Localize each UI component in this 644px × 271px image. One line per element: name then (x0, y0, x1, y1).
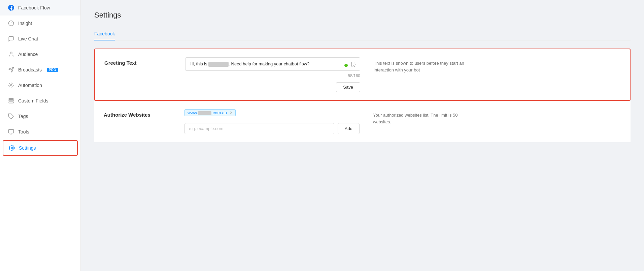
settings-icon (9, 145, 15, 151)
sidebar-item-audience[interactable]: Audience (0, 47, 80, 62)
authorize-websites-label: Authorize Websites (104, 109, 171, 118)
sidebar-item-facebook-flow[interactable]: Facebook Flow (0, 0, 80, 16)
sidebar-item-automation-label: Automation (18, 83, 42, 88)
greeting-text-prefix: Hi, this is . Need help for making your … (190, 61, 349, 67)
svg-rect-4 (9, 98, 13, 99)
sidebar-item-broadcasts[interactable]: Broadcasts PRO (0, 62, 80, 78)
sidebar-item-live-chat[interactable]: Live Chat (0, 31, 80, 47)
greeting-label: Greeting Text (104, 57, 172, 66)
svg-point-3 (10, 85, 12, 86)
automation-icon (8, 82, 14, 88)
add-website-row: Add (184, 123, 360, 134)
sidebar-item-broadcasts-label: Broadcasts (18, 67, 42, 72)
green-dot (344, 64, 348, 67)
greeting-controls: Hi, this is . Need help for making your … (185, 57, 360, 92)
save-button[interactable]: Save (336, 82, 360, 92)
authorize-websites-description: Your authorized websites list. The limit… (373, 109, 467, 125)
tools-icon (8, 129, 14, 135)
sidebar-item-facebook-flow-label: Facebook Flow (18, 5, 50, 10)
char-count: 58/160 (185, 73, 360, 78)
sidebar-item-tags-label: Tags (18, 114, 28, 119)
facebook-icon (8, 5, 14, 11)
greeting-description: This text is shown to users before they … (374, 57, 468, 73)
website-tag[interactable]: www. .com.au ✕ (184, 109, 236, 116)
svg-point-11 (11, 147, 13, 149)
main-content: Settings Facebook Greeting Text Hi, this… (81, 0, 644, 271)
sidebar-item-settings-label: Settings (19, 145, 36, 151)
sidebar: Facebook Flow Insight Live Chat Audience… (0, 0, 81, 271)
tabs-bar: Facebook (94, 28, 631, 40)
sidebar-item-custom-fields[interactable]: Custom Fields (0, 93, 80, 109)
sidebar-item-live-chat-label: Live Chat (18, 36, 38, 41)
sidebar-item-automation[interactable]: Automation (0, 78, 80, 93)
tab-facebook[interactable]: Facebook (94, 28, 115, 40)
authorize-websites-controls: www. .com.au ✕ Add (184, 109, 360, 134)
sidebar-item-custom-fields-label: Custom Fields (18, 98, 48, 103)
tags-icon (8, 113, 14, 119)
sidebar-item-tags[interactable]: Tags (0, 109, 80, 124)
svg-point-2 (10, 52, 12, 54)
svg-rect-5 (9, 100, 13, 101)
insight-icon (8, 20, 14, 26)
sidebar-item-tools[interactable]: Tools (0, 124, 80, 140)
greeting-section: Greeting Text Hi, this is . Need help fo… (94, 49, 631, 101)
emoji-icon[interactable]: {;} (351, 61, 356, 67)
pro-badge: PRO (47, 68, 58, 72)
svg-rect-8 (9, 129, 14, 133)
page-title: Settings (94, 11, 631, 20)
sidebar-item-audience-label: Audience (18, 52, 38, 57)
audience-icon (8, 51, 14, 57)
broadcasts-icon (8, 67, 14, 73)
website-tag-text: www. .com.au (188, 110, 227, 115)
existing-tags: www. .com.au ✕ (184, 109, 360, 120)
sidebar-item-insight-label: Insight (18, 21, 32, 26)
tag-close-icon[interactable]: ✕ (230, 111, 233, 115)
sidebar-item-tools-label: Tools (18, 129, 29, 134)
greeting-textarea-wrapper: Hi, this is . Need help for making your … (185, 57, 360, 71)
sidebar-item-settings[interactable]: Settings (3, 140, 78, 156)
sidebar-item-insight[interactable]: Insight (0, 16, 80, 31)
add-button[interactable]: Add (338, 123, 360, 134)
greeting-textarea-inner: Hi, this is . Need help for making your … (190, 61, 356, 67)
authorize-websites-section: Authorize Websites www. .com.au ✕ Add Yo… (94, 101, 631, 142)
add-website-input[interactable] (184, 123, 334, 134)
svg-rect-6 (9, 102, 13, 103)
livechat-icon (8, 36, 14, 42)
custom-fields-icon (8, 98, 14, 104)
